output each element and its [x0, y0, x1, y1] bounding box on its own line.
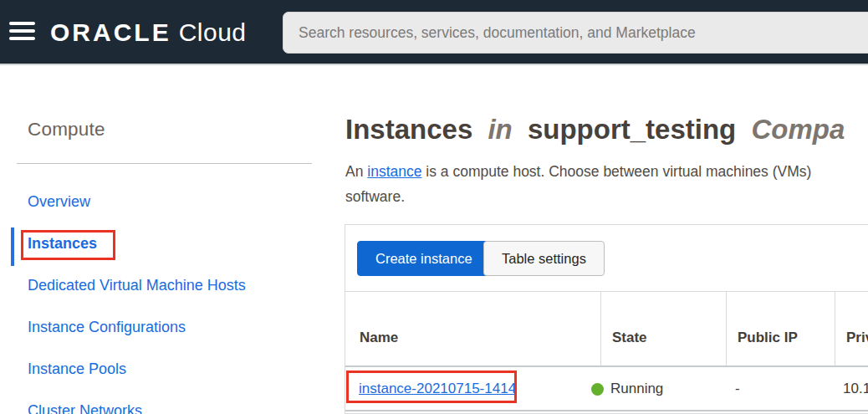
sidebar-link-cluster-networks[interactable]: Cluster Networks [28, 402, 142, 414]
logo-oracle-text: ORACLE [50, 18, 171, 47]
title-compartment-name: support_testing [528, 114, 736, 145]
sidebar-item-dedicated-vm-hosts[interactable]: Dedicated Virtual Machine Hosts [28, 277, 329, 295]
page-title: Instances in support_testing Compa [345, 114, 852, 146]
table-row[interactable]: instance-20210715-1414 Running - 10.1 [345, 367, 868, 411]
instances-panel: Create instance Table settings Name Stat… [345, 224, 868, 414]
sidebar-link-instance-configurations[interactable]: Instance Configurations [28, 319, 186, 335]
instance-public-ip: - [735, 381, 740, 397]
page-description: An instance is a compute host. Choose be… [345, 159, 811, 209]
sidebar-link-dedicated-vm-hosts[interactable]: Dedicated Virtual Machine Hosts [28, 277, 246, 294]
description-prefix: An [345, 163, 367, 180]
sidebar-item-cluster-networks[interactable]: Cluster Networks [28, 402, 329, 414]
table-header-row: Name State Public IP Priv [345, 291, 868, 367]
sidebar-divider [17, 163, 312, 164]
title-instances: Instances [345, 114, 472, 145]
oracle-cloud-logo[interactable]: ORACLE Cloud [50, 17, 247, 49]
description-rest: is a compute host. Choose between virtua… [421, 163, 811, 180]
table-settings-button[interactable]: Table settings [483, 241, 605, 276]
column-header-public-ip[interactable]: Public IP [726, 292, 835, 365]
instance-private-ip: 10.1 [843, 381, 868, 397]
create-instance-button[interactable]: Create instance [357, 241, 491, 276]
sidebar-nav: Overview Instances Dedicated Virtual Mac… [28, 193, 329, 414]
sidebar-item-overview[interactable]: Overview [28, 193, 329, 212]
description-line-2: software. [345, 184, 811, 209]
sidebar-item-instances[interactable]: Instances [28, 235, 329, 253]
column-header-name[interactable]: Name [345, 292, 600, 365]
search-input[interactable] [283, 12, 868, 54]
sidebar-item-instance-configurations[interactable]: Instance Configurations [28, 319, 329, 337]
instance-name-link[interactable]: instance-20210715-1414 [359, 381, 516, 397]
logo-cloud-text: Cloud [179, 18, 247, 47]
instance-state-label: Running [610, 381, 663, 397]
active-item-indicator [11, 227, 14, 266]
sidebar-link-instances[interactable]: Instances [28, 235, 97, 252]
sidebar-item-instance-pools[interactable]: Instance Pools [28, 360, 329, 379]
description-line-1: An instance is a compute host. Choose be… [345, 159, 811, 184]
sidebar-link-instance-pools[interactable]: Instance Pools [28, 360, 126, 377]
title-compartment-word: Compa [751, 114, 845, 145]
oracle-cloud-console: ORACLE Cloud Compute Overview Instances … [0, 0, 868, 414]
instance-state-cell: Running [591, 381, 663, 397]
status-running-icon [591, 383, 604, 396]
column-header-private-ip[interactable]: Priv [835, 292, 868, 365]
hamburger-menu-icon[interactable] [9, 22, 35, 43]
sidebar-heading: Compute [28, 119, 105, 141]
instance-doc-link[interactable]: instance [367, 163, 421, 180]
sidebar-link-overview[interactable]: Overview [28, 193, 90, 210]
top-navbar: ORACLE Cloud [0, 0, 868, 65]
title-in: in [488, 114, 512, 145]
column-header-state[interactable]: State [600, 292, 726, 365]
